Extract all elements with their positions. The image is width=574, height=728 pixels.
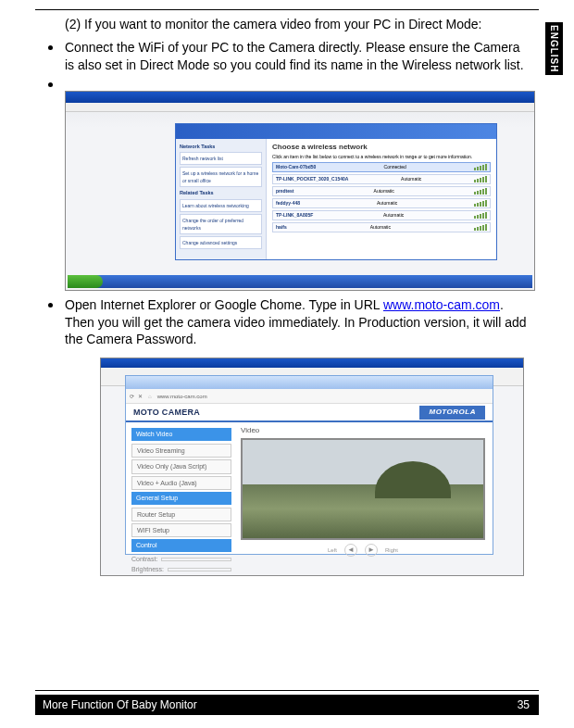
network-name: TP-LINK_POCKET_3020_C1540A: [276, 176, 348, 182]
top-rule: [35, 9, 539, 10]
network-name: haifs: [276, 224, 287, 231]
bullet-icon: [48, 82, 53, 87]
motorola-logo: MOTOROLA: [419, 406, 485, 420]
signal-icon: [474, 212, 487, 219]
moto-cam-link[interactable]: www.moto-cam.com: [383, 297, 500, 312]
control-category: Control: [131, 539, 231, 551]
bullet-connect-wifi-text: Connect the WiFi of your PC to the Camer…: [65, 39, 535, 74]
setup-wireless-network: Set up a wireless network for a home or …: [180, 167, 262, 187]
network-row: TP-LINK_POCKET_3020_C1540A Automatic: [272, 174, 491, 184]
network-tasks-header: Network Tasks: [180, 144, 215, 149]
network-row: Moto-Cam-07bd50 Connected: [272, 162, 491, 172]
video-label: Video: [241, 426, 485, 436]
network-status: Connected: [384, 164, 406, 170]
step-2-intro: (2) If you want to monitor the camera vi…: [39, 16, 535, 33]
bullet-connect-wifi: Connect the WiFi of your PC to the Camer…: [48, 39, 535, 74]
signal-icon: [474, 224, 487, 231]
contrast-label: Contrast:: [131, 555, 157, 563]
bullet-open-browser: Open Internet Explorer or Google Chome. …: [48, 296, 535, 349]
wireless-network-screenshot: Network Tasks Refresh network list Set u…: [65, 91, 535, 291]
signal-icon: [474, 164, 487, 170]
video-frame: [241, 438, 485, 540]
signal-icon: [474, 188, 487, 195]
bullet-open-browser-text-1: Open Internet Explorer or Google Chome. …: [65, 297, 383, 312]
pan-right-icon: ►: [365, 544, 378, 557]
network-row: feddyy-448 Automatic: [272, 198, 491, 208]
refresh-network-list: Refresh network list: [180, 152, 262, 165]
browser-camera-screenshot: ⟳ ✕ ⌂ www.moto-cam.com MOTO CAMERA MOTOR…: [100, 358, 524, 576]
signal-icon: [474, 176, 487, 182]
bullet-icon: [48, 45, 53, 50]
video-audio-item: Video + Audio (Java): [131, 476, 231, 490]
pan-left-label: Left: [328, 546, 337, 554]
network-name: feddyy-448: [276, 200, 300, 207]
choose-network-sub: Click an item in the list below to conne…: [272, 154, 491, 160]
network-status: Automatic: [383, 212, 404, 219]
learn-wireless: Learn about wireless networking: [180, 199, 262, 212]
change-order: Change the order of preferred networks: [180, 214, 262, 234]
network-status: Automatic: [370, 224, 391, 231]
temperature-label: Temperature:: [131, 576, 169, 577]
pan-left-icon: ◄: [344, 544, 357, 557]
start-button-icon: [68, 275, 103, 288]
network-row: pmdtest Automatic: [272, 186, 491, 196]
related-tasks-header: Related Tasks: [180, 190, 214, 195]
bullet-icon: [48, 303, 53, 308]
watch-video-category: Watch Video: [131, 428, 231, 440]
network-name: Moto-Cam-07bd50: [276, 164, 316, 170]
moto-camera-label: MOTO CAMERA: [133, 407, 200, 418]
page-number: 35: [518, 698, 530, 711]
general-setup-category: General Setup: [131, 492, 231, 504]
network-status: Automatic: [401, 176, 421, 182]
video-only-item: Video Only (Java Script): [131, 459, 231, 473]
network-name: TP-LINK_8A805F: [276, 212, 313, 219]
choose-network-title: Choose a wireless network: [272, 143, 491, 153]
footer-title: More Function Of Baby Monitor: [43, 698, 197, 711]
network-status: Automatic: [377, 200, 397, 207]
change-advanced: Change advanced settings: [180, 236, 262, 249]
footer-rule: [35, 690, 539, 691]
footer-bar: More Function Of Baby Monitor 35: [35, 695, 539, 715]
network-row: haifs Automatic: [272, 222, 491, 232]
wifi-setup-item: WIFI Setup: [131, 523, 231, 537]
network-status: Automatic: [374, 188, 394, 195]
brightness-label: Brightness:: [131, 565, 164, 573]
network-name: pmdtest: [276, 188, 293, 195]
step-2-text: (2) If you want to monitor the camera vi…: [65, 17, 482, 31]
video-streaming-item: Video Streaming: [131, 444, 231, 458]
language-tab: ENGLISH: [545, 22, 563, 75]
pan-right-label: Right: [385, 546, 398, 554]
address-bar-url: www.moto-cam.com: [157, 393, 207, 400]
router-setup-item: Router Setup: [131, 508, 231, 521]
signal-icon: [474, 200, 487, 207]
network-row: TP-LINK_8A805F Automatic: [272, 210, 491, 220]
bullet-empty: [48, 76, 535, 89]
